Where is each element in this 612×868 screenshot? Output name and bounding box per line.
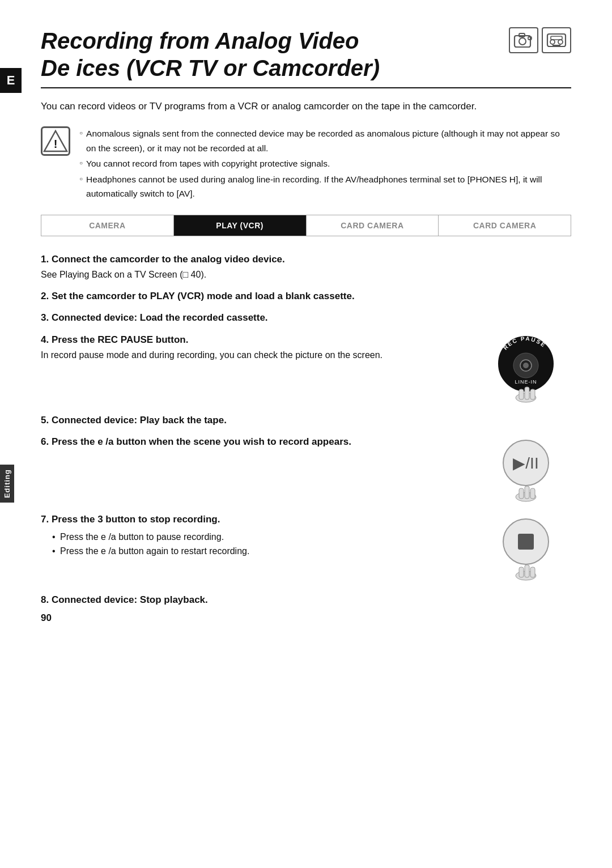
svg-rect-30 [519,567,524,577]
bullet-circle: ○ [79,175,83,201]
step-7-bullet-2: Press the e /a button again to restart r… [52,544,469,559]
svg-rect-19 [525,387,529,399]
step-5-text: 5. Connected device: Play back the tape. [41,415,227,426]
step-4: 4. Press the REC PAUSE button. In record… [41,333,571,406]
svg-rect-18 [519,389,524,399]
step-4-text: 4. Press the REC PAUSE button. [41,334,188,345]
section-tab-e: E [0,68,22,93]
title-line1: Recording from Analog Video [41,28,359,53]
step-6: 6. Press the e /a button when the scene … [41,435,571,505]
svg-point-1 [519,38,526,45]
page-content: E Editing 90 Recording from Analog Video… [0,0,612,642]
warning-content: ○ Anomalous signals sent from the connec… [79,126,571,202]
step-2: 2. Set the camcorder to PLAY (VCR) mode … [41,289,571,304]
step-7-image [481,512,571,586]
step-5: 5. Connected device: Play back the tape. [41,413,571,428]
step-4-extra: In record pause mode and during recordin… [41,348,469,363]
step-8: 8. Connected device: Stop playback. [41,593,571,607]
editing-label: Editing [0,465,14,503]
tab-card-camera-1[interactable]: CARD CAMERA [307,215,439,236]
svg-text:LINE-IN: LINE-IN [515,379,537,385]
step-7: 7. Press the 3 button to stop recording.… [41,512,571,586]
page-number: 90 [41,612,52,624]
rec-pause-button-image: REC PAUSE LINE-IN [485,333,567,406]
warning-icon: ! [41,126,70,156]
step-7-bullet-1: Press the e /a button to pause recording… [52,530,469,544]
step-7-bullets: Press the e /a button to pause recording… [52,530,469,559]
svg-rect-7 [551,36,562,40]
title-icons [509,27,571,53]
svg-rect-25 [525,486,529,499]
warning-triangle-icon: ! [43,129,68,154]
svg-point-6 [558,40,563,44]
step-6-image: ▶/II [481,435,571,505]
warning-item-2: ○ You cannot record from tapes with copy… [79,156,571,171]
bullet-circle: ○ [79,129,83,155]
stop-button-image [485,512,567,586]
svg-rect-20 [530,389,535,399]
tab-camera[interactable]: CAMERA [41,215,174,236]
step-7-text-area: 7. Press the 3 button to stop recording.… [41,512,469,559]
title-icon-tape [542,27,571,53]
title-line2: De ices (VCR TV or Camcorder) [41,56,380,80]
step-7-text: 7. Press the 3 button to stop recording. [41,514,220,525]
step-7-content: 7. Press the 3 button to stop recording.… [41,512,571,586]
svg-rect-32 [530,567,535,577]
warning-box: ! ○ Anomalous signals sent from the conn… [41,126,571,202]
title-divider [41,87,571,88]
step-1-sub: See Playing Back on a TV Screen (□ 40). [41,268,571,282]
svg-point-5 [550,40,555,44]
svg-rect-28 [518,534,534,550]
svg-rect-24 [519,488,524,499]
warning-item-3: ○ Headphones cannot be used during analo… [79,172,571,201]
step-3-text: 3. Connected device: Load the recorded c… [41,312,268,323]
step-1: 1. Connect the camcorder to the analog v… [41,252,571,282]
step-6-content: 6. Press the e /a button when the scene … [41,435,571,505]
tape-icon [546,32,567,49]
tab-play-vcr[interactable]: PLAY (VCR) [174,215,307,236]
svg-point-15 [523,363,529,368]
step-4-content: 4. Press the REC PAUSE button. In record… [41,333,571,406]
step-8-text: 8. Connected device: Stop playback. [41,594,208,605]
step-4-text-area: 4. Press the REC PAUSE button. In record… [41,333,469,366]
svg-rect-31 [525,565,529,577]
bullet-circle: ○ [79,159,83,171]
step-1-text: 1. Connect the camcorder to the analog v… [41,254,285,265]
tab-card-camera-2[interactable]: CARD CAMERA [439,215,571,236]
step-6-text: 6. Press the e /a button when the scene … [41,436,351,447]
warning-item-1: ○ Anomalous signals sent from the connec… [79,126,571,155]
title-icon-camera [509,27,538,53]
step-6-text-area: 6. Press the e /a button when the scene … [41,435,469,449]
camera-icon [513,32,534,49]
play-pause-button-image: ▶/II [485,435,567,505]
steps-list: 1. Connect the camcorder to the analog v… [41,252,571,608]
svg-text:▶/II: ▶/II [513,454,538,472]
svg-text:!: ! [54,138,58,150]
step-2-text: 2. Set the camcorder to PLAY (VCR) mode … [41,291,355,301]
intro-text: You can record videos or TV programs fro… [41,99,571,114]
mode-tabs[interactable]: CAMERA PLAY (VCR) CARD CAMERA CARD CAMER… [41,215,571,236]
svg-rect-26 [530,488,535,499]
step-3: 3. Connected device: Load the recorded c… [41,310,571,325]
page-title: Recording from Analog Video De ices (VCR… [41,27,571,82]
step-4-image: REC PAUSE LINE-IN [481,333,571,406]
